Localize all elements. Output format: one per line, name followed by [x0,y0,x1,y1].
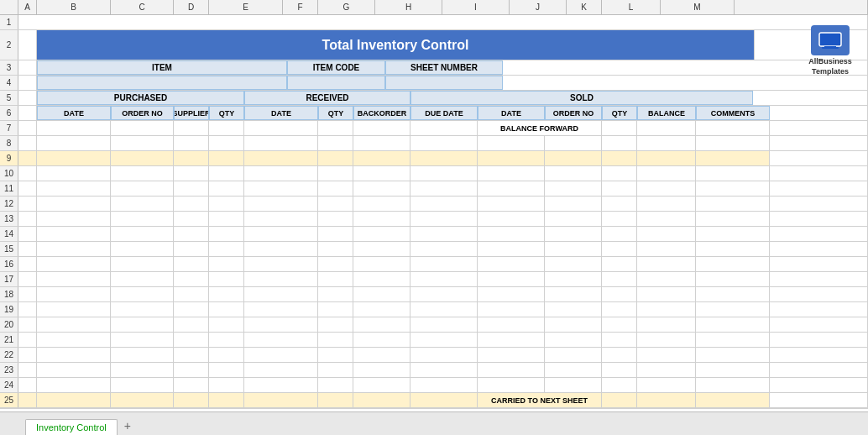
col-j: J [510,0,567,14]
col-supplier: SUPPLIER [174,106,209,120]
row-21: 21 [0,333,868,348]
col-balance: BALANCE [637,106,696,120]
col-order-no-purchased: ORDER NO [111,106,174,120]
col-h: H [375,0,442,14]
row-2-title: 2 Total Inventory Control [0,30,868,60]
inventory-control-tab[interactable]: Inventory Control [25,419,118,435]
col-c: C [111,0,174,14]
row-20: 20 [0,317,868,333]
column-headers: A B C D E F G H I J K L M [0,0,868,15]
row-13: 13 [0,212,868,227]
row-7-balance-forward: 7 BALANCE FORWARD [0,121,868,136]
col-e: E [209,0,283,14]
col-order-no-sold: ORDER NO [545,106,602,120]
row-23: 23 [0,363,868,378]
svg-rect-2 [822,47,839,49]
col-due-date: DUE DATE [410,106,478,120]
row-5-sections: 5 PURCHASED RECEIVED SOLD [0,91,868,106]
row-19: 19 [0,302,868,317]
row-22: 22 [0,348,868,363]
row-9: 9 [0,151,868,166]
sold-header: SOLD [410,91,753,105]
row-3-headers: 3 ITEM ITEM CODE SHEET NUMBER [0,60,868,76]
col-m: M [661,0,735,14]
col-l: L [602,0,661,14]
row-8: 8 [0,136,868,151]
carried-label: CARRIED TO NEXT SHEET [478,393,602,407]
row-4: 4 [0,76,868,91]
item-header: ITEM [37,60,287,75]
tabs-area: Inventory Control + [0,411,868,435]
row-12: 12 [0,197,868,212]
col-rest [735,0,868,14]
sheet-number-header: SHEET NUMBER [385,60,503,75]
svg-rect-0 [819,33,841,46]
col-f: F [283,0,318,14]
spreadsheet: 1 2 Total Inventory Control 3 ITEM ITEM … [0,15,868,411]
col-qty-purchased: QTY [209,106,244,120]
logo-name: AllBusiness [801,57,860,67]
row-24: 24 [0,378,868,393]
row-18: 18 [0,287,868,302]
add-tab-button[interactable]: + [118,417,138,435]
logo-area: AllBusiness Templates [801,25,860,76]
row-16: 16 [0,257,868,272]
col-qty-received: QTY [318,106,353,120]
col-date-sold: DATE [478,106,545,120]
received-header: RECEIVED [244,91,410,105]
title: Total Inventory Control [37,30,755,60]
col-a: A [18,0,37,14]
purchased-header: PURCHASED [37,91,244,105]
col-qty-sold: QTY [602,106,637,120]
data-rows: 8 9 [0,136,868,393]
row-6-col-headers: 6 DATE ORDER NO SUPPLIER QTY DATE QTY BA… [0,106,868,121]
col-date-received: DATE [244,106,318,120]
logo-sub: Templates [801,67,860,77]
col-b: B [37,0,111,14]
col-k: K [567,0,602,14]
row-10: 10 [0,166,868,181]
row-carried: 25 CARRIED TO NEXT SHEET [0,393,868,408]
balance-forward-label: BALANCE FORWARD [478,121,602,135]
col-date-purchased: DATE [37,106,111,120]
row-11: 11 [0,181,868,197]
row-15: 15 [0,242,868,257]
row-14: 14 [0,227,868,242]
col-d: D [174,0,209,14]
col-backorder: BACKORDER [353,106,410,120]
col-i: I [442,0,510,14]
logo-icon [811,25,850,55]
row-1: 1 [0,15,868,30]
col-comments: COMMENTS [696,106,770,120]
item-code-header: ITEM CODE [287,60,385,75]
col-g: G [318,0,375,14]
row-17: 17 [0,272,868,287]
